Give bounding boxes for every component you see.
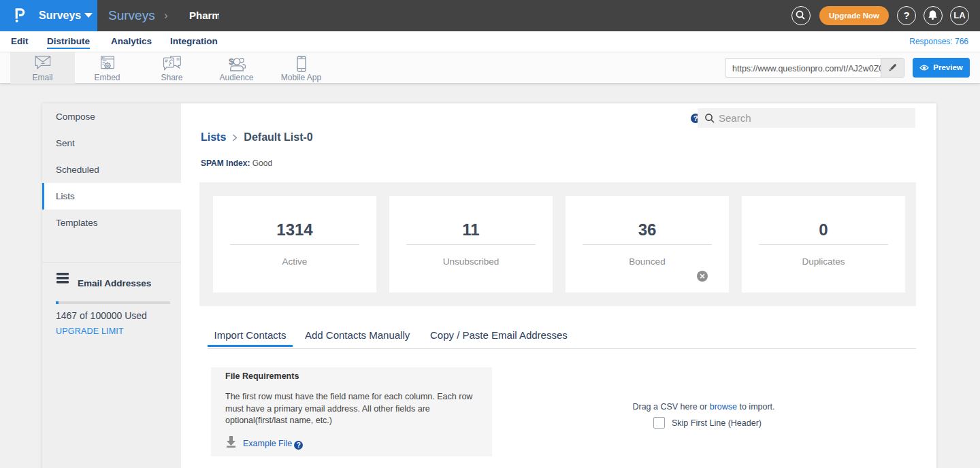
svg-text:$: $ [229, 56, 234, 67]
